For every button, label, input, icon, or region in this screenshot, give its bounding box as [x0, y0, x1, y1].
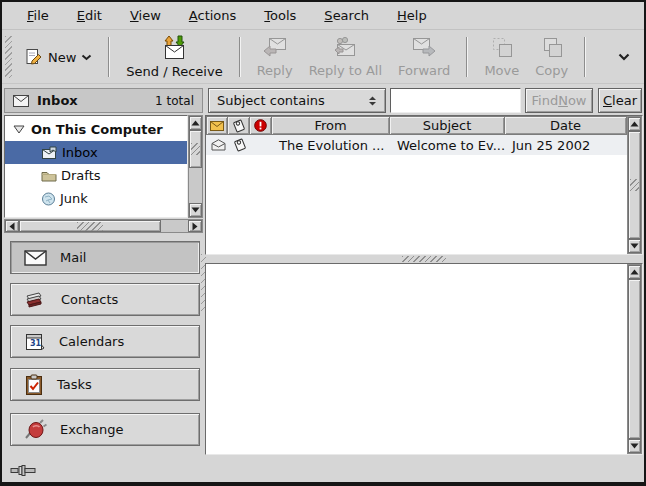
message-date: Jun 25 2002	[505, 138, 627, 153]
scroll-up-button[interactable]	[189, 116, 202, 130]
reply-button[interactable]: Reply	[249, 33, 301, 81]
message-count: 1 total	[155, 94, 194, 108]
folder-tree-vertical-scrollbar[interactable]	[188, 115, 203, 218]
scrollbar-thumb[interactable]	[628, 131, 641, 239]
send-receive-label: Send / Receive	[126, 64, 222, 79]
menubar: File Edit View Actions Tools Search Help	[2, 2, 644, 30]
menu-tools[interactable]: Tools	[253, 4, 307, 27]
scroll-right-button[interactable]	[188, 220, 202, 232]
clear-button[interactable]: Clear	[598, 88, 642, 113]
reply-all-icon	[332, 36, 359, 60]
tree-item-inbox[interactable]: Inbox	[5, 141, 187, 164]
toolbar-separator	[584, 37, 586, 77]
column-subject[interactable]: Subject	[390, 116, 505, 135]
search-filter-dropdown[interactable]: Subject contains	[208, 88, 386, 113]
column-from[interactable]: From	[272, 116, 390, 135]
contacts-icon	[24, 290, 48, 310]
message-from: The Evolution ...	[272, 138, 390, 153]
column-date[interactable]: Date	[505, 116, 627, 135]
move-label: Move	[484, 63, 519, 78]
reply-icon	[262, 36, 288, 60]
status-bar	[2, 458, 644, 483]
scroll-up-button[interactable]	[628, 265, 641, 279]
folder-tree-list: On This Computer Inbox Drafts	[4, 115, 188, 218]
message-subject: Welcome to Ev...	[390, 138, 505, 153]
copy-button[interactable]: Copy	[527, 33, 576, 81]
switcher-calendars-button[interactable]: 31 Calendars	[10, 325, 200, 358]
toolbar: New Send / Receive Reply Reply to All	[2, 31, 644, 84]
find-now-label: Find	[532, 93, 559, 108]
current-folder-title: Inbox	[37, 93, 78, 108]
reply-to-all-button[interactable]: Reply to All	[301, 33, 390, 81]
toolbar-overflow-button[interactable]	[613, 48, 635, 66]
move-icon	[490, 36, 514, 60]
svg-text:31: 31	[30, 338, 42, 347]
toolbar-separator	[108, 37, 110, 77]
tree-item-drafts[interactable]: Drafts	[5, 164, 187, 187]
reply-to-all-label: Reply to All	[309, 63, 382, 78]
tree-root-on-this-computer[interactable]: On This Computer	[5, 118, 187, 141]
switcher-label: Calendars	[59, 334, 124, 349]
move-button[interactable]: Move	[476, 33, 527, 81]
new-button[interactable]: New	[16, 43, 100, 72]
list-preview-splitter[interactable]	[205, 255, 643, 263]
message-list-header: From Subject Date	[206, 116, 627, 135]
chevron-down-icon	[81, 54, 92, 61]
mail-icon	[24, 250, 47, 266]
copy-icon	[540, 36, 564, 60]
scroll-down-button[interactable]	[628, 239, 641, 253]
forward-icon	[411, 36, 437, 60]
search-input[interactable]	[390, 88, 521, 113]
find-now-button[interactable]: Find Now	[525, 88, 593, 113]
folder-header: Inbox 1 total	[4, 88, 203, 113]
scrollbar-track[interactable]	[189, 168, 202, 203]
scroll-left-button[interactable]	[5, 220, 19, 232]
switcher-mail-button[interactable]: Mail	[10, 241, 200, 274]
junk-icon	[41, 192, 56, 206]
scroll-down-button[interactable]	[628, 439, 641, 453]
toolbar-separator	[239, 37, 241, 77]
menu-actions[interactable]: Actions	[178, 4, 248, 27]
switcher-tasks-button[interactable]: Tasks	[10, 368, 200, 401]
switcher-label: Mail	[60, 250, 86, 265]
menu-help[interactable]: Help	[386, 4, 438, 27]
folder-tree: On This Computer Inbox Drafts	[4, 115, 203, 233]
message-row[interactable]: The Evolution ... Welcome to Ev... Jun 2…	[206, 135, 627, 155]
scrollbar-thumb[interactable]	[189, 130, 202, 168]
tree-item-label: Junk	[60, 191, 88, 206]
tree-item-junk[interactable]: Junk	[5, 187, 187, 210]
menu-file[interactable]: File	[16, 4, 60, 27]
forward-button[interactable]: Forward	[390, 33, 458, 81]
toolbar-grip[interactable]	[5, 36, 12, 78]
scrollbar-thumb[interactable]	[628, 279, 641, 439]
menu-edit[interactable]: Edit	[66, 4, 113, 27]
switcher-contacts-button[interactable]: Contacts	[10, 283, 200, 316]
exchange-icon	[24, 419, 47, 440]
reply-label: Reply	[257, 63, 293, 78]
toolbar-separator	[466, 37, 468, 77]
preview-pane	[205, 263, 643, 455]
tree-root-label: On This Computer	[31, 122, 163, 137]
message-list-vertical-scrollbar[interactable]	[627, 116, 642, 254]
scroll-up-button[interactable]	[628, 117, 641, 131]
scroll-down-button[interactable]	[189, 203, 202, 217]
read-message-icon	[206, 139, 228, 151]
message-list: From Subject Date The Evolution ... Welc…	[205, 115, 643, 255]
preview-body	[206, 264, 627, 454]
preview-vertical-scrollbar[interactable]	[627, 264, 642, 454]
column-message-status[interactable]	[206, 116, 228, 135]
expander-triangle-icon[interactable]	[13, 125, 27, 134]
switcher-label: Tasks	[57, 377, 92, 392]
folder-tree-horizontal-scrollbar[interactable]	[4, 219, 203, 233]
scrollbar-thumb[interactable]	[19, 220, 161, 232]
online-status-plug-icon[interactable]	[10, 464, 36, 477]
column-attachment[interactable]	[228, 116, 250, 135]
attachment-icon	[232, 119, 246, 133]
scrollbar-track[interactable]	[161, 220, 188, 232]
menu-search[interactable]: Search	[313, 4, 380, 27]
calendar-icon: 31	[24, 332, 46, 352]
column-importance[interactable]	[250, 116, 272, 135]
send-receive-button[interactable]: Send / Receive	[118, 32, 230, 82]
menu-view[interactable]: View	[119, 4, 172, 27]
switcher-exchange-button[interactable]: Exchange	[10, 413, 200, 446]
